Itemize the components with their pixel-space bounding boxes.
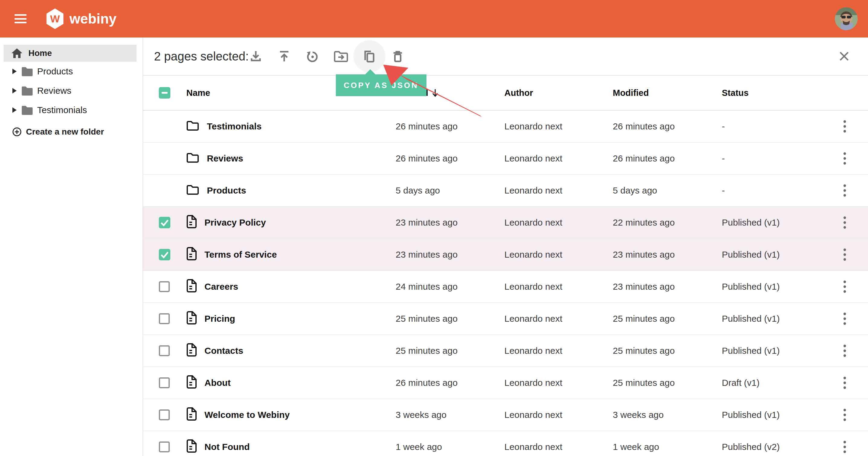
- kebab-menu-icon[interactable]: [839, 342, 850, 360]
- table-row[interactable]: Terms of Service 23 minutes ago Leonardo…: [143, 239, 868, 271]
- copy-icon[interactable]: [355, 42, 383, 70]
- row-status: Draft (v1): [722, 378, 822, 388]
- row-checkbox[interactable]: [159, 345, 170, 356]
- table-row[interactable]: Testimonials 26 minutes ago Leonardo nex…: [143, 111, 868, 143]
- row-name: Pricing: [205, 314, 235, 324]
- sidebar-home-label: Home: [28, 48, 52, 58]
- table-row[interactable]: Pricing 25 minutes ago Leonardo next 25 …: [143, 303, 868, 335]
- row-author: Leonardo next: [504, 250, 613, 260]
- kebab-menu-icon[interactable]: [839, 181, 850, 200]
- table-row[interactable]: Contacts 25 minutes ago Leonardo next 25…: [143, 335, 868, 367]
- brand-name: webiny: [69, 10, 117, 27]
- table-row[interactable]: Reviews 26 minutes ago Leonardo next 26 …: [143, 143, 868, 175]
- delete-icon[interactable]: [383, 42, 412, 70]
- table-row[interactable]: Privacy Policy 23 minutes ago Leonardo n…: [143, 207, 868, 239]
- row-status: -: [722, 121, 822, 132]
- kebab-menu-icon[interactable]: [839, 438, 850, 456]
- caret-right-icon[interactable]: [12, 88, 17, 93]
- row-author: Leonardo next: [504, 153, 613, 164]
- sidebar-folder-label: Products: [37, 66, 73, 77]
- kebab-menu-icon[interactable]: [839, 406, 850, 424]
- row-modified: 26 minutes ago: [613, 121, 722, 132]
- select-all-checkbox[interactable]: [159, 87, 170, 98]
- copy-as-json-tooltip: COPY AS JSON: [336, 75, 427, 96]
- kebab-menu-icon[interactable]: [839, 278, 850, 296]
- row-created: 1 week ago: [396, 442, 504, 452]
- row-created: 23 minutes ago: [396, 218, 504, 228]
- publish-icon[interactable]: [270, 42, 299, 70]
- sidebar: Home Products Reviews: [0, 37, 143, 456]
- row-author: Leonardo next: [504, 442, 613, 452]
- column-header-modified[interactable]: Modified: [613, 88, 722, 98]
- row-name: Privacy Policy: [205, 218, 266, 228]
- row-name: Products: [207, 186, 246, 196]
- row-author: Leonardo next: [504, 121, 613, 132]
- table-body: Testimonials 26 minutes ago Leonardo nex…: [143, 111, 868, 456]
- table-row[interactable]: About 26 minutes ago Leonardo next 25 mi…: [143, 367, 868, 399]
- row-checkbox[interactable]: [159, 313, 170, 324]
- row-name: Testimonials: [207, 121, 261, 132]
- row-modified: 5 days ago: [613, 186, 722, 196]
- row-author: Leonardo next: [504, 346, 613, 356]
- row-name: Contacts: [205, 346, 243, 356]
- create-folder-label: Create a new folder: [26, 127, 104, 137]
- table-header: Name Created Author Modified Status: [143, 76, 868, 111]
- sort-desc-icon: [432, 89, 438, 97]
- create-new-folder-button[interactable]: Create a new folder: [0, 123, 143, 140]
- row-modified: 25 minutes ago: [613, 314, 722, 324]
- download-icon[interactable]: [242, 42, 270, 70]
- caret-right-icon[interactable]: [12, 107, 17, 113]
- document-icon: [186, 215, 196, 230]
- top-bar: W webiny: [0, 0, 868, 37]
- caret-right-icon[interactable]: [12, 69, 17, 74]
- folder-icon: [21, 86, 33, 95]
- folder-icon: [186, 152, 199, 165]
- sidebar-item-products[interactable]: Products: [0, 62, 143, 81]
- sidebar-item-reviews[interactable]: Reviews: [0, 81, 143, 101]
- sidebar-item-testimonials[interactable]: Testimonials: [0, 101, 143, 120]
- kebab-menu-icon[interactable]: [839, 374, 850, 392]
- row-author: Leonardo next: [504, 314, 613, 324]
- row-checkbox[interactable]: [159, 281, 170, 292]
- table-row[interactable]: Careers 24 minutes ago Leonardo next 23 …: [143, 271, 868, 303]
- row-status: -: [722, 153, 822, 164]
- tooltip-pointer: [365, 69, 376, 75]
- table-row[interactable]: Welcome to Webiny 3 weeks ago Leonardo n…: [143, 399, 868, 431]
- sidebar-item-home[interactable]: Home: [4, 45, 136, 62]
- table-row[interactable]: Not Found 1 week ago Leonardo next 1 wee…: [143, 431, 868, 456]
- webiny-page-manager: W webiny: [0, 0, 868, 456]
- row-checkbox[interactable]: [159, 377, 170, 388]
- row-created: 26 minutes ago: [396, 153, 504, 164]
- row-created: 25 minutes ago: [396, 346, 504, 356]
- sidebar-folder-label: Reviews: [37, 86, 71, 96]
- row-checkbox[interactable]: [159, 441, 170, 452]
- column-header-author[interactable]: Author: [504, 88, 613, 98]
- row-author: Leonardo next: [504, 186, 613, 196]
- folder-icon: [186, 120, 199, 133]
- table-row[interactable]: Products 5 days ago Leonardo next 5 days…: [143, 175, 868, 207]
- kebab-menu-icon[interactable]: [839, 213, 850, 232]
- document-icon: [186, 247, 196, 262]
- row-status: Published (v1): [722, 410, 822, 420]
- row-created: 25 minutes ago: [396, 314, 504, 324]
- close-icon[interactable]: [839, 51, 849, 61]
- kebab-menu-icon[interactable]: [839, 149, 850, 168]
- row-name: About: [205, 378, 231, 388]
- row-name: Careers: [205, 282, 238, 292]
- home-icon: [11, 48, 23, 59]
- kebab-menu-icon[interactable]: [839, 117, 850, 136]
- row-modified: 3 weeks ago: [613, 410, 722, 420]
- column-header-status[interactable]: Status: [722, 88, 822, 98]
- row-checkbox[interactable]: [159, 409, 170, 420]
- hamburger-menu-icon[interactable]: [14, 14, 27, 23]
- row-checkbox[interactable]: [159, 217, 170, 228]
- avatar[interactable]: [835, 7, 858, 30]
- document-icon: [186, 407, 196, 423]
- restore-icon[interactable]: [299, 42, 327, 70]
- row-checkbox[interactable]: [159, 249, 170, 260]
- kebab-menu-icon[interactable]: [839, 310, 850, 328]
- webiny-hexagon-icon: W: [46, 8, 63, 29]
- kebab-menu-icon[interactable]: [839, 246, 850, 264]
- row-status: Published (v1): [722, 282, 822, 292]
- move-to-folder-icon[interactable]: [327, 42, 355, 70]
